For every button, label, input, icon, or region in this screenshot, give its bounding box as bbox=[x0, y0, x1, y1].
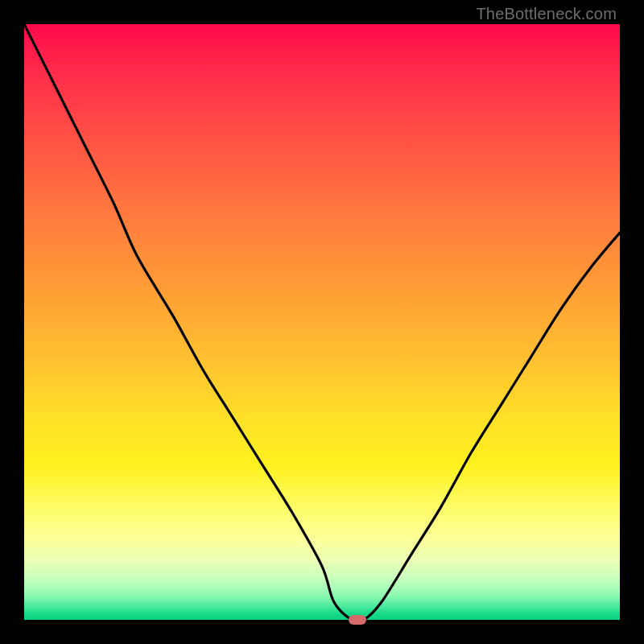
optimal-marker bbox=[349, 615, 366, 625]
bottleneck-curve-path bbox=[24, 24, 620, 620]
chart-frame: TheBottleneck.com bbox=[0, 0, 644, 644]
plot-area bbox=[24, 24, 620, 620]
watermark-text: TheBottleneck.com bbox=[476, 5, 617, 23]
curve-layer bbox=[24, 24, 620, 620]
